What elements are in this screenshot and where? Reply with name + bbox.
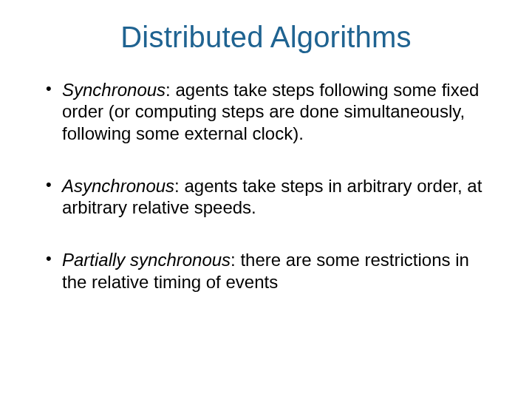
slide: Distributed Algorithms Synchronous: agen… bbox=[0, 0, 532, 399]
slide-title: Distributed Algorithms bbox=[30, 21, 502, 54]
list-item: Asynchronous: agents take steps in arbit… bbox=[46, 175, 498, 219]
bullet-term: Partially synchronous bbox=[62, 250, 231, 270]
bullet-term: Synchronous bbox=[62, 80, 166, 100]
bullet-term: Asynchronous bbox=[62, 176, 174, 196]
list-item: Synchronous: agents take steps following… bbox=[46, 79, 498, 144]
bullet-list: Synchronous: agents take steps following… bbox=[30, 79, 502, 293]
list-item: Partially synchronous: there are some re… bbox=[46, 249, 498, 293]
